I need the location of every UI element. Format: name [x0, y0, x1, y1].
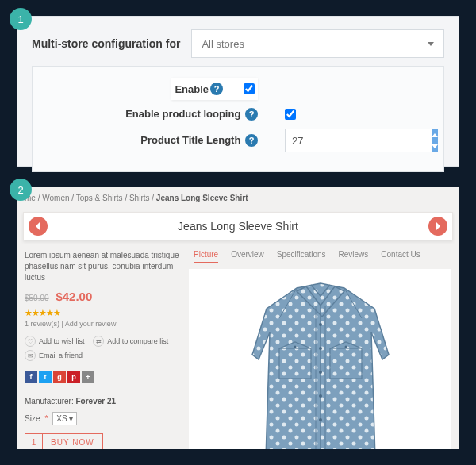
rating-stars: ★★★★★	[25, 308, 179, 318]
svg-rect-7	[330, 348, 362, 379]
product-title: Jeans Long Sleeve Shirt	[178, 220, 298, 232]
store-select-value: All stores	[202, 38, 244, 50]
current-price: $42.00	[56, 290, 92, 303]
breadcrumb-item[interactable]: Women	[42, 194, 69, 202]
heart-icon: ♡	[25, 336, 36, 347]
required-asterisk: *	[44, 414, 48, 423]
product-description: Lorem ipsum aenean at malesuada tristiqu…	[25, 250, 179, 283]
prev-product-button[interactable]	[29, 217, 48, 236]
title-length-label: Product Title Length	[140, 134, 240, 146]
svg-point-11	[319, 394, 322, 398]
add-wishlist-button[interactable]: ♡Add to wishlist	[25, 336, 85, 347]
size-select[interactable]: XS ▾	[52, 412, 77, 425]
svg-point-10	[319, 371, 322, 374]
product-image	[189, 269, 451, 449]
breadcrumb-current: Jeans Long Sleeve Shirt	[156, 194, 248, 202]
spinner	[432, 129, 438, 152]
compare-icon: ⇄	[93, 336, 104, 347]
social-share: f t g p +	[25, 371, 179, 383]
store-config-row: Multi-store configuration for All stores	[32, 29, 444, 58]
tab-specifications[interactable]: Specifications	[277, 250, 326, 263]
size-row: Size * XS ▾	[25, 412, 179, 425]
envelope-icon: ✉	[25, 350, 36, 361]
google-icon[interactable]: g	[53, 371, 66, 383]
product-panel: me / Women / Tops & Shirts / Shirts / Je…	[17, 187, 459, 449]
product-nav: Jeans Long Sleeve Shirt	[23, 212, 453, 240]
step-badge-2: 2	[10, 179, 32, 201]
manufacturer-link[interactable]: Forever 21	[75, 397, 116, 405]
breadcrumb-item[interactable]: Shirts	[129, 194, 150, 202]
title-length-input[interactable]	[286, 129, 432, 152]
looping-checkbox[interactable]	[285, 109, 296, 120]
help-icon[interactable]: ?	[210, 83, 223, 95]
breadcrumb-item[interactable]: Tops & Shirts	[76, 194, 123, 202]
tab-overview[interactable]: Overview	[231, 250, 264, 263]
reviews-link[interactable]: 1 review(s) | Add your review	[25, 320, 179, 328]
pinterest-icon[interactable]: p	[67, 371, 80, 383]
svg-point-14	[344, 346, 347, 348]
price: $50.00 $42.00	[25, 290, 179, 303]
next-product-button[interactable]	[428, 217, 447, 236]
twitter-icon[interactable]: t	[39, 371, 52, 383]
product-main: Picture Overview Specifications Reviews …	[189, 250, 451, 449]
quantity-input[interactable]: 1	[25, 434, 43, 449]
add-compare-button[interactable]: ⇄Add to compare list	[93, 336, 168, 347]
manufacturer: Manufacturer: Forever 21	[25, 397, 179, 405]
svg-point-13	[294, 346, 296, 348]
tab-contact[interactable]: Contact Us	[381, 250, 420, 263]
config-panel: Multi-store configuration for All stores…	[17, 16, 459, 167]
svg-point-8	[319, 323, 322, 326]
enable-label: Enable	[175, 83, 209, 95]
product-tabs: Picture Overview Specifications Reviews …	[189, 250, 451, 263]
title-length-input-wrap	[285, 129, 388, 152]
store-config-label: Multi-store configuration for	[32, 37, 180, 50]
share-more-icon[interactable]: +	[82, 371, 94, 383]
breadcrumb: me / Women / Tops & Shirts / Shirts / Je…	[17, 187, 459, 209]
looping-label: Enable product looping	[125, 108, 240, 120]
facebook-icon[interactable]: f	[25, 371, 37, 383]
step-badge-1: 1	[10, 8, 32, 30]
product-sidebar: Lorem ipsum aenean at malesuada tristiqu…	[25, 250, 179, 449]
help-icon[interactable]: ?	[245, 134, 258, 147]
help-icon[interactable]: ?	[245, 108, 258, 121]
buy-now-button[interactable]: BUY NOW	[43, 434, 102, 449]
spinner-down[interactable]	[432, 140, 438, 152]
store-select[interactable]: All stores	[191, 29, 444, 58]
email-friend-button[interactable]: ✉Email a friend	[25, 350, 83, 361]
svg-point-9	[319, 347, 322, 350]
tab-picture[interactable]: Picture	[194, 250, 218, 263]
enable-label-wrap: Enable ?	[50, 78, 264, 100]
tab-reviews[interactable]: Reviews	[339, 250, 369, 263]
enable-checkbox[interactable]	[244, 83, 255, 94]
spinner-up[interactable]	[432, 129, 438, 140]
config-fields: Enable ? Enable product looping ? Produc…	[32, 66, 444, 172]
svg-point-12	[319, 418, 322, 421]
old-price: $50.00	[25, 294, 49, 302]
size-label: Size	[25, 414, 40, 423]
svg-rect-6	[279, 348, 311, 379]
chevron-down-icon	[428, 42, 434, 46]
buy-group: 1 BUY NOW	[25, 433, 103, 449]
